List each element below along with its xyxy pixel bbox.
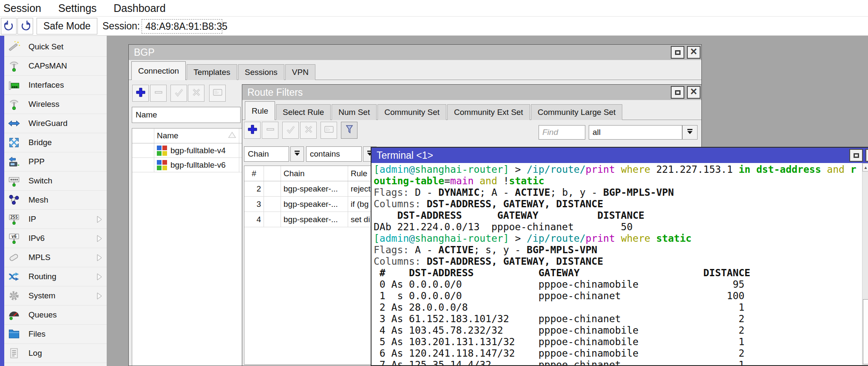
mesh-nodes-icon [7, 193, 21, 207]
close-button[interactable]: × [687, 46, 701, 59]
sidebar-item-log[interactable]: Log [4, 344, 107, 363]
sidebar-item-label: WireGuard [28, 119, 68, 128]
sidebar-item-label: CAPsMAN [28, 61, 67, 71]
close-button[interactable]: × [687, 86, 701, 99]
chain-dropdown-button[interactable] [290, 146, 304, 162]
scrollbar-thumb[interactable] [863, 299, 868, 364]
terminal-line: 6 As 120.241.118.147/32 pppoe-chinamobil… [374, 348, 862, 359]
menu-bar: Session Settings Dashboard [0, 0, 868, 16]
sidebar-item-capsman[interactable]: CAPsMAN [4, 57, 107, 76]
sidebar-item-label: MPLS [28, 253, 51, 262]
connection-name: bgp-fulltable-v6 [170, 160, 226, 170]
filter-button[interactable] [341, 122, 357, 139]
bgp-titlebar[interactable]: BGP × [129, 45, 701, 60]
comment-button[interactable] [209, 85, 226, 102]
session-address-field[interactable]: 48:A9:8A:91:B8:35 [142, 19, 222, 34]
rule-chain: bgp-speaker-... [281, 212, 348, 227]
redo-button[interactable] [17, 18, 33, 34]
sidebar-item-ip[interactable]: 255IP [4, 210, 107, 229]
undo-button[interactable] [1, 18, 17, 34]
sidebar-item-label: Files [28, 329, 45, 339]
sidebar-item-interfaces[interactable]: Interfaces [4, 76, 107, 95]
filter-scope-dropdown-button[interactable] [682, 125, 698, 140]
sidebar-item-system[interactable]: System [4, 286, 107, 306]
antenna-icon [7, 59, 21, 73]
rule-number: 4 [244, 212, 264, 227]
close-button[interactable]: × [865, 149, 868, 162]
menu-dashboard[interactable]: Dashboard [113, 2, 165, 14]
sidebar-item-ipv6[interactable]: v6IPv6 [4, 229, 107, 248]
tab-community-large-set[interactable]: Community Large Set [531, 104, 623, 120]
safe-mode-button[interactable]: Safe Mode [37, 18, 97, 34]
terminal-titlebar[interactable]: Terminal <1> × [372, 148, 868, 163]
tab-community-ext-set[interactable]: Community Ext Set [447, 104, 530, 120]
menu-session[interactable]: Session [3, 2, 41, 14]
terminal-line: 3 As 61.152.183.101/32 pppoe-chinanet 2 [374, 313, 862, 325]
condition-select[interactable]: contains [306, 146, 362, 162]
close-icon: × [690, 46, 697, 57]
terminal-line: Columns: DST-ADDRESS, GATEWAY, DISTANCE [374, 256, 862, 267]
add-button[interactable] [132, 85, 149, 102]
disable-button[interactable] [300, 122, 317, 139]
bgp-window-title: BGP [134, 47, 155, 58]
maximize-button[interactable] [671, 46, 684, 59]
find-input[interactable] [539, 125, 585, 140]
submenu-arrow-icon [96, 273, 102, 282]
sidebar-item-queues[interactable]: Queues [4, 306, 107, 325]
maximize-button[interactable] [849, 149, 863, 162]
filter-scope-select[interactable]: all [589, 125, 682, 140]
sidebar-item-label: IPv6 [28, 234, 45, 243]
tab-rule[interactable]: Rule [245, 101, 275, 120]
disable-button[interactable] [188, 85, 204, 102]
tab-sessions[interactable]: Sessions [238, 64, 284, 80]
name-filter-input[interactable] [132, 107, 241, 123]
sidebar-item-wireguard[interactable]: WireGuard [4, 114, 107, 133]
chain-select[interactable]: Chain [244, 146, 289, 162]
sidebar-item-label: Switch [28, 176, 52, 186]
remove-button[interactable] [150, 85, 167, 102]
column-header-name[interactable]: Name [154, 129, 239, 143]
tab-templates[interactable]: Templates [187, 64, 237, 80]
sort-ascending-icon[interactable] [228, 131, 236, 141]
minus-icon [153, 87, 164, 100]
sidebar-item-wireless[interactable]: Wireless [4, 95, 107, 114]
terminal-scrollbar[interactable]: ▲ [862, 163, 868, 365]
tab-connection[interactable]: Connection [131, 61, 186, 80]
comment-card-icon [323, 124, 335, 137]
sidebar-item-routing[interactable]: Routing [4, 267, 107, 286]
enable-button[interactable] [170, 85, 187, 102]
sidebar-item-quick-set[interactable]: Quick Set [4, 37, 107, 57]
tab-num-set[interactable]: Num Set [332, 104, 377, 120]
comment-button[interactable] [321, 122, 337, 139]
scroll-up-icon[interactable]: ▲ [862, 163, 868, 172]
sidebar-item-bridge[interactable]: Bridge [4, 133, 107, 152]
add-button[interactable] [244, 122, 261, 139]
maximize-button[interactable] [671, 86, 684, 99]
terminal-output[interactable]: [admin@shanghai-router] > /ip/route/prin… [372, 163, 862, 365]
dropdown-arrow-icon [686, 128, 693, 137]
sidebar-item-files[interactable]: Files [4, 325, 107, 344]
route-filters-titlebar[interactable]: Route Filters × [242, 85, 701, 100]
terminal-line: 4 As 103.45.78.232/32 pppoe-chinamobile … [374, 325, 862, 336]
sidebar-item-mpls[interactable]: MPLS [4, 248, 107, 267]
rule-chain: bgp-speaker-... [281, 181, 348, 196]
menu-settings[interactable]: Settings [58, 2, 96, 14]
rule-number: 2 [244, 181, 264, 196]
enable-button[interactable] [282, 122, 299, 139]
rule-number: 3 [244, 197, 264, 212]
check-icon [173, 87, 184, 100]
sidebar-item-ppp[interactable]: PPP [4, 152, 107, 172]
undo-arrow-icon [3, 20, 14, 33]
tab-community-set[interactable]: Community Set [377, 104, 446, 120]
tab-vpn[interactable]: VPN [285, 64, 315, 80]
sidebar-item-switch[interactable]: Switch [4, 172, 107, 191]
tab-select-rule[interactable]: Select Rule [276, 104, 331, 120]
sidebar-item-label: Interfaces [28, 80, 64, 90]
check-icon [285, 124, 296, 137]
remove-button[interactable] [262, 122, 278, 139]
network-card-icon [7, 78, 21, 92]
gear-icon [7, 289, 21, 303]
top-toolbar: Safe Mode Session: 48:A9:8A:91:B8:35 [0, 16, 868, 36]
sidebar-item-mesh[interactable]: Mesh [4, 191, 107, 210]
terminal-line: Flags: D - DYNAMIC; A - ACTIVE; b, y - B… [374, 187, 862, 198]
